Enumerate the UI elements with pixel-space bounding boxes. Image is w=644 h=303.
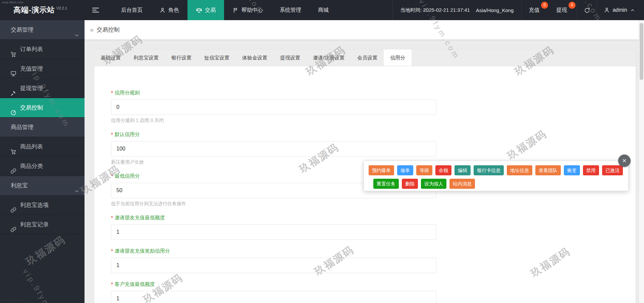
nav-item-2[interactable]: 交易	[187, 0, 224, 20]
field-0-input[interactable]	[111, 99, 436, 115]
quick-actions: 充值0提现0	[522, 0, 577, 20]
nav-item-5[interactable]: 商城	[310, 0, 337, 20]
close-button[interactable]: ×	[618, 155, 631, 167]
field-label-text: 最低信用分	[115, 173, 140, 179]
user-menu[interactable]: admin	[597, 7, 644, 13]
sidebar-item[interactable]: 商品分类	[0, 157, 85, 176]
close-icon: ×	[622, 157, 626, 164]
sidebar-group-label: 商品管理	[11, 124, 34, 130]
sidebar-group-header-1[interactable]: 商品管理	[0, 118, 85, 137]
action-button[interactable]: 查看团队	[535, 165, 561, 175]
refresh-button[interactable]	[577, 0, 597, 20]
field-4-input[interactable]	[111, 258, 436, 273]
page-title: 交易控制	[97, 26, 119, 34]
timezone-label: Asia/Hong_Kong	[473, 7, 522, 13]
flag-icon	[232, 7, 239, 13]
field-label: *信用分规则	[111, 90, 636, 96]
sidebar-item[interactable]: 交易控制	[0, 98, 85, 118]
action-button[interactable]: 银行卡信息	[474, 165, 504, 175]
required-mark: *	[111, 173, 113, 179]
caret-up-icon	[630, 7, 635, 13]
sidebar-group-header-0[interactable]: 交易管理	[0, 20, 85, 40]
nav-menu: 后台首页角色交易帮助中心系统管理商城	[113, 0, 337, 20]
tab-item-8[interactable]: 信用分	[384, 49, 412, 66]
action-button[interactable]: 重置任务	[373, 179, 399, 189]
form-field-3: *邀请朋友充值最低额度	[111, 215, 636, 240]
required-mark: *	[111, 90, 113, 95]
nav-item-3[interactable]: 帮助中心	[224, 0, 271, 20]
app-title: 高端-演示站	[13, 5, 55, 15]
sidebar-group-label: 交易管理	[11, 27, 34, 33]
field-label-text: 信用分规则	[115, 90, 140, 95]
sidebar-item[interactable]: 充值管理	[0, 59, 85, 79]
nav-item-label: 帮助中心	[241, 7, 263, 14]
sidebar-item-label: 充值管理	[20, 66, 43, 72]
sidebar-item-label: 利息宝选项	[20, 202, 49, 208]
action-button[interactable]: 站内消息	[449, 179, 475, 189]
sidebar-item-label: 商品列表	[20, 143, 43, 150]
nav-item-label: 交易	[205, 7, 216, 14]
action-panel-row-1: 重置任务删除设为假人站内消息	[364, 179, 628, 189]
required-mark: *	[111, 248, 113, 254]
quick-action-1[interactable]: 提现0	[549, 0, 577, 20]
tab-item-2[interactable]: 银行设置	[165, 49, 198, 66]
nav-item-0[interactable]: 后台首页	[113, 0, 151, 20]
field-hint: 低于当前信用分则无法进行任务操作	[111, 201, 636, 207]
nav-item-label: 后台首页	[121, 7, 143, 14]
quick-action-label: 提现	[556, 7, 567, 13]
action-button[interactable]: 编辑	[454, 165, 471, 175]
action-button[interactable]: 做单	[397, 165, 413, 175]
sidebar-item[interactable]: 利息宝记录	[0, 215, 85, 234]
breadcrumb-arrow-icon: »	[90, 26, 94, 34]
sidebar-item[interactable]: 利息宝选项	[0, 196, 85, 215]
field-1-input[interactable]	[111, 141, 436, 157]
action-button[interactable]: 已激活	[602, 165, 623, 175]
sidebar-group-header-2[interactable]: 利息宝	[0, 176, 85, 196]
field-label-text: 邀请朋友充值最低额度	[115, 215, 165, 220]
sidebar-item-label: 订单列表	[20, 46, 43, 52]
action-button[interactable]: 等级	[416, 165, 432, 175]
breadcrumb: » 交易控制	[85, 20, 644, 40]
tab-item-1[interactable]: 利息宝设置	[127, 49, 165, 66]
count-badge: 0	[541, 2, 548, 9]
field-label-text: 默认信用分	[115, 131, 140, 137]
action-button[interactable]: 预约爆单	[369, 165, 394, 175]
sidebar-item[interactable]: 订单列表	[0, 40, 85, 59]
field-5-input[interactable]	[111, 291, 436, 303]
sidebar-item-label: 提现管理	[20, 85, 43, 91]
tab-item-5[interactable]: 提现设置	[274, 49, 307, 66]
local-time-label: 当地时间: 2025-02-21 21:37:41	[393, 7, 473, 13]
tab-item-3[interactable]: 短信宝设置	[198, 49, 236, 66]
scrollbar-thumb[interactable]	[640, 23, 643, 80]
nav-item-4[interactable]: 系统管理	[271, 0, 310, 20]
field-label: *客户充值最低额度	[111, 281, 636, 288]
nav-item-label: 角色	[168, 7, 179, 14]
form-field-0: *信用分规则信用分规则 1.启用 0.关闭	[111, 90, 636, 123]
vertical-scrollbar[interactable]	[639, 20, 644, 303]
sidebar: 交易管理订单列表充值管理提现管理交易控制商品管理商品列表商品分类利息宝利息宝选项…	[0, 20, 85, 303]
tab-item-0[interactable]: 基础设置	[94, 49, 127, 66]
sidebar-item[interactable]: 提现管理	[0, 79, 85, 98]
action-button[interactable]: 余额	[435, 165, 451, 175]
sidebar-item[interactable]: 商品列表	[0, 137, 85, 157]
sidebar-item-label: 利息宝记录	[20, 221, 49, 228]
tab-item-6[interactable]: 邀请/注册设置	[307, 49, 351, 66]
user-icon	[604, 7, 610, 13]
tab-item-7[interactable]: 会员设置	[351, 49, 384, 66]
action-button[interactable]: 账变	[564, 165, 580, 175]
quick-action-0[interactable]: 充值0	[522, 0, 549, 20]
tab-item-4[interactable]: 体验金设置	[236, 49, 274, 66]
field-label: *邀请朋友充值最低额度	[111, 215, 636, 221]
required-mark: *	[111, 281, 113, 287]
sidebar-toggle-button[interactable]	[85, 0, 107, 20]
required-mark: *	[111, 215, 113, 220]
action-button[interactable]: 删除	[402, 179, 418, 189]
action-button[interactable]: 地址信息	[507, 165, 532, 175]
nav-item-1[interactable]: 角色	[151, 0, 187, 20]
field-3-input[interactable]	[111, 224, 436, 240]
board-icon	[10, 66, 17, 72]
action-button[interactable]: 禁用	[583, 165, 599, 175]
action-button[interactable]: 设为假人	[421, 179, 446, 189]
nav-item-label: 商城	[318, 7, 329, 14]
field-label-text: 客户充值最低额度	[115, 281, 155, 287]
